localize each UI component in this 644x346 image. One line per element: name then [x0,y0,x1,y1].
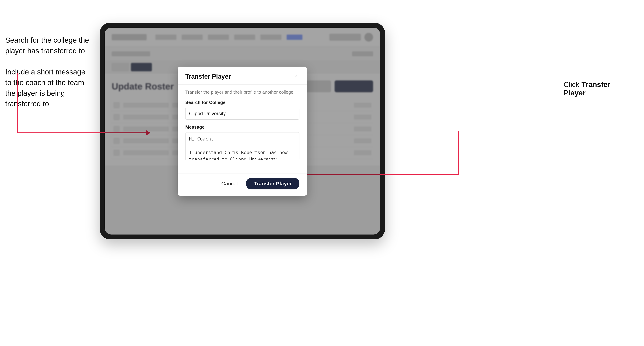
transfer-player-button[interactable]: Transfer Player [246,178,300,189]
tablet-screen: Update Roster [105,28,380,234]
annotation-click-text: Click Transfer Player [564,80,634,97]
tablet-device: Update Roster [100,23,385,239]
annotation-message-text: Include a short message to the coach of … [5,67,91,109]
annotation-search-text: Search for the college the player has tr… [5,35,91,56]
message-label: Message [185,124,300,130]
modal-header: Transfer Player × [178,67,307,85]
modal-title: Transfer Player [185,73,231,80]
annotation-right: Click Transfer Player [564,80,634,97]
annotation-left: Search for the college the player has tr… [5,35,91,120]
modal-overlay: Transfer Player × Transfer the player an… [105,28,380,234]
modal-body: Transfer the player and their profile to… [178,85,307,173]
message-textarea[interactable]: Hi Coach, I understand Chris Robertson h… [185,132,300,160]
cancel-button[interactable]: Cancel [217,178,242,189]
search-college-label: Search for College [185,100,300,105]
modal-footer: Cancel Transfer Player [178,173,307,196]
transfer-player-modal: Transfer Player × Transfer the player an… [178,67,307,196]
search-college-input[interactable] [185,108,300,120]
modal-close-button[interactable]: × [292,73,300,80]
modal-subtitle: Transfer the player and their profile to… [185,89,300,95]
